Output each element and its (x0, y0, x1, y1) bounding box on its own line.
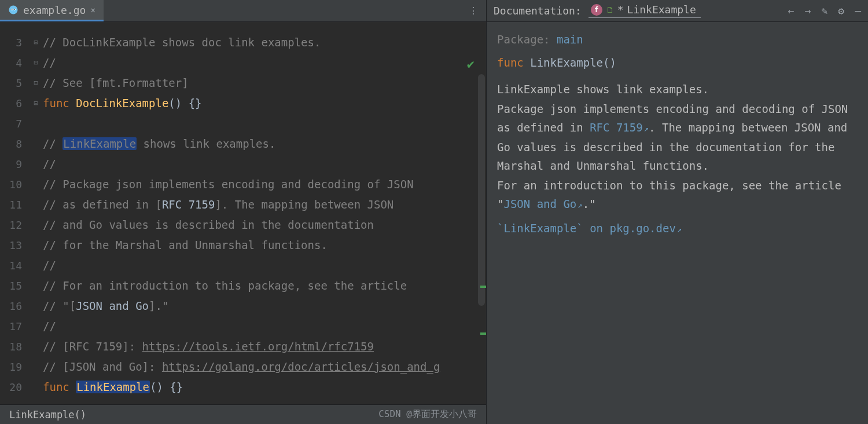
documentation-pane: Documentation: f 🗋 * LinkExample ← → ✎ ⚙… (486, 0, 868, 424)
tabbar-more-icon[interactable]: ⋮ (469, 10, 478, 12)
svg-point-3 (12, 9, 13, 10)
external-link-icon: ↗ (644, 124, 649, 133)
breadcrumb-bar[interactable]: LinkExample() CSDN @界面开发小八哥 (0, 404, 486, 424)
function-badge-icon: f (591, 4, 602, 16)
doc-body[interactable]: Package: main func LinkExample() LinkExa… (487, 22, 868, 424)
doc-paragraph: Package json implements encoding and dec… (497, 100, 858, 175)
rfc-link[interactable]: RFC 7159↗ (590, 121, 649, 134)
editor-tabbar: example.go ✕ ⋮ (0, 0, 486, 22)
code-text[interactable]: // DocLinkExample shows doc link example… (43, 22, 486, 404)
svg-point-0 (9, 6, 18, 14)
inspection-ok-icon[interactable]: ✔ (467, 57, 475, 71)
nav-back-icon[interactable]: ← (788, 5, 795, 17)
file-tab[interactable]: example.go ✕ (0, 0, 104, 21)
package-label: Package: (497, 33, 550, 46)
external-link-icon: ↗ (677, 225, 682, 234)
gear-icon[interactable]: ⚙ (838, 5, 844, 17)
change-marker (480, 286, 486, 288)
minimize-icon[interactable]: — (855, 5, 861, 17)
tab-filename: example.go (23, 4, 86, 16)
svg-point-4 (14, 9, 16, 10)
doc-header: Documentation: f 🗋 * LinkExample ← → ✎ ⚙… (487, 0, 868, 22)
leaf-icon: 🗋 (606, 5, 614, 14)
doc-paragraph: For an introduction to this package, see… (497, 176, 858, 214)
article-link[interactable]: JSON and Go↗ (503, 198, 582, 210)
editor-pane: example.go ✕ ⋮ 3456789101112131415161718… (0, 0, 486, 424)
doc-footer-link[interactable]: `LinkExample` on pkg.go.dev↗ (497, 219, 858, 239)
external-link-icon: ↗ (578, 200, 582, 210)
fold-column[interactable]: ⊟⊟⊟⊟ (29, 22, 43, 404)
crumb-prefix: * (617, 3, 624, 16)
doc-toolbar: ← → ✎ ⚙ — (788, 5, 861, 17)
doc-paragraph: LinkExample shows link examples. (497, 80, 858, 98)
nav-forward-icon[interactable]: → (805, 5, 811, 17)
line-number-gutter: 34567891011121314151617181920 (0, 22, 29, 404)
editor-scrollbar[interactable] (478, 74, 485, 306)
doc-signature: func LinkExample() (497, 53, 858, 72)
change-marker (480, 332, 486, 335)
package-link[interactable]: main (557, 33, 583, 46)
go-file-icon (8, 5, 19, 15)
doc-crumb-name: LinkExample (627, 3, 696, 16)
edit-icon[interactable]: ✎ (821, 5, 827, 17)
code-area[interactable]: 34567891011121314151617181920 ⊟⊟⊟⊟ // Do… (0, 22, 486, 404)
doc-title-label: Documentation: (494, 5, 582, 17)
doc-breadcrumb[interactable]: f 🗋 * LinkExample (589, 3, 701, 18)
close-icon[interactable]: ✕ (90, 5, 95, 14)
watermark-text: CSDN @界面开发小八哥 (378, 408, 477, 421)
breadcrumb-text: LinkExample() (9, 409, 86, 421)
